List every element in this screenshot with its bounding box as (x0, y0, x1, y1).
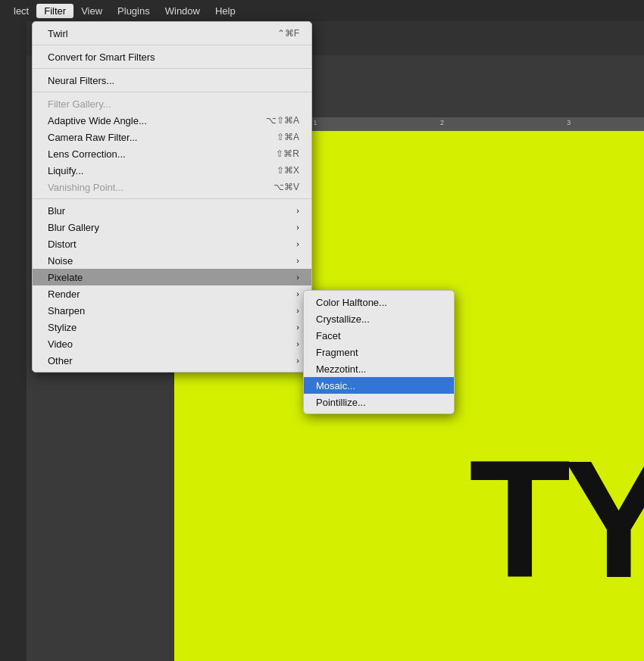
menu-item-adaptive-label: Adaptive Wide Angle... (48, 115, 147, 126)
menubar-item-help[interactable]: Help (208, 4, 243, 18)
menu-item-twirl-label: Twirl (48, 28, 68, 39)
menu-item-sharpen[interactable]: Sharpen › (33, 302, 311, 319)
menu-item-neural-label: Neural Filters... (48, 75, 114, 86)
menubar-item-filter[interactable]: Filter (36, 4, 73, 18)
menu-item-camera-raw[interactable]: Camera Raw Filter... ⇧⌘A (33, 129, 311, 145)
separator-4 (33, 198, 311, 199)
canvas-text: TY (469, 424, 644, 616)
submenu-item-mezzotint[interactable]: Mezzotint... (304, 360, 454, 377)
menu-item-blur[interactable]: Blur › (33, 202, 311, 219)
menubar: lect Filter View Plugins Window Help (0, 0, 644, 21)
ruler-label-2: 2 (440, 119, 444, 126)
submenu-item-color-halftone[interactable]: Color Halftone... (304, 294, 454, 310)
ruler-label-1: 1 (313, 119, 317, 126)
menu-item-camera-raw-label: Camera Raw Filter... (48, 132, 137, 143)
menu-item-liquify[interactable]: Liquify... ⇧⌘X (33, 162, 311, 179)
menu-item-liquify-shortcut: ⇧⌘X (277, 165, 299, 176)
submenu-item-pointillize[interactable]: Pointillize... (304, 394, 454, 410)
other-arrow-icon: › (296, 356, 299, 365)
menu-item-adaptive-shortcut: ⌥⇧⌘A (266, 115, 299, 126)
menu-item-convert-smart[interactable]: Convert for Smart Filters (33, 48, 311, 65)
pixelate-arrow-icon: › (296, 273, 299, 282)
menu-item-video-label: Video (48, 338, 73, 350)
menu-item-noise-label: Noise (48, 255, 73, 267)
menu-item-twirl[interactable]: Twirl ⌃⌘F (33, 25, 311, 42)
separator-1 (33, 45, 311, 45)
menu-item-distort[interactable]: Distort › (33, 235, 311, 252)
menu-item-stylize-label: Stylize (48, 322, 77, 333)
menu-item-filter-gallery: Filter Gallery... (33, 95, 311, 112)
submenu-item-pointillize-label: Pointillize... (316, 397, 366, 408)
ruler-label-3: 3 (567, 119, 571, 126)
submenu-item-facet-label: Facet (316, 330, 341, 341)
menu-item-neural[interactable]: Neural Filters... (33, 72, 311, 89)
submenu-item-mezzotint-label: Mezzotint... (316, 363, 366, 375)
blur-arrow-icon: › (296, 206, 299, 215)
menu-item-camera-raw-shortcut: ⇧⌘A (277, 132, 299, 142)
menu-item-vanishing: Vanishing Point... ⌥⌘V (33, 179, 311, 195)
menu-item-blur-label: Blur (48, 205, 65, 217)
filter-menu: Twirl ⌃⌘F Convert for Smart Filters Neur… (32, 21, 312, 373)
menu-item-liquify-label: Liquify... (48, 165, 83, 176)
menu-item-filter-gallery-label: Filter Gallery... (48, 98, 111, 110)
submenu-item-crystallize-label: Crystallize... (316, 313, 370, 325)
menu-item-sharpen-label: Sharpen (48, 305, 85, 316)
menu-item-vanishing-shortcut: ⌥⌘V (274, 182, 299, 192)
submenu-item-color-halftone-label: Color Halftone... (316, 297, 387, 308)
toolbar (0, 21, 27, 661)
menu-item-other-label: Other (48, 355, 73, 366)
menu-item-noise[interactable]: Noise › (33, 252, 311, 269)
submenu-item-fragment-label: Fragment (316, 347, 358, 358)
menubar-item-plugins[interactable]: Plugins (110, 4, 158, 18)
blur-gallery-arrow-icon: › (296, 223, 299, 232)
menu-item-render-label: Render (48, 288, 80, 300)
menu-item-blur-gallery-label: Blur Gallery (48, 222, 99, 233)
menu-item-vanishing-label: Vanishing Point... (48, 182, 123, 193)
menu-item-render[interactable]: Render › (33, 285, 311, 302)
menu-item-convert-smart-label: Convert for Smart Filters (48, 51, 155, 63)
distort-arrow-icon: › (296, 239, 299, 248)
menu-item-lens-label: Lens Correction... (48, 148, 126, 160)
menu-item-lens[interactable]: Lens Correction... ⇧⌘R (33, 145, 311, 162)
submenu-item-mosaic-label: Mosaic... (316, 380, 355, 391)
menubar-item-select[interactable]: lect (6, 4, 36, 18)
sharpen-arrow-icon: › (296, 306, 299, 315)
menu-item-pixelate[interactable]: Pixelate › (33, 269, 311, 285)
render-arrow-icon: › (296, 289, 299, 298)
menu-item-distort-label: Distort (48, 239, 77, 250)
separator-3 (33, 92, 311, 92)
submenu-item-mosaic[interactable]: Mosaic... (304, 377, 454, 394)
menu-item-other[interactable]: Other › (33, 352, 311, 369)
menu-item-blur-gallery[interactable]: Blur Gallery › (33, 219, 311, 235)
separator-2 (33, 68, 311, 69)
menu-item-video[interactable]: Video › (33, 335, 311, 352)
menubar-item-window[interactable]: Window (158, 4, 208, 18)
submenu-item-facet[interactable]: Facet (304, 327, 454, 344)
menu-item-pixelate-label: Pixelate (48, 272, 83, 283)
submenu-item-crystallize[interactable]: Crystallize... (304, 310, 454, 327)
pixelate-submenu: Color Halftone... Crystallize... Facet F… (303, 290, 455, 414)
menu-item-twirl-shortcut: ⌃⌘F (277, 28, 299, 39)
video-arrow-icon: › (296, 339, 299, 348)
menu-item-stylize[interactable]: Stylize › (33, 319, 311, 335)
stylize-arrow-icon: › (296, 323, 299, 332)
noise-arrow-icon: › (296, 256, 299, 265)
menu-item-adaptive[interactable]: Adaptive Wide Angle... ⌥⇧⌘A (33, 112, 311, 129)
menu-item-lens-shortcut: ⇧⌘R (276, 148, 299, 159)
menubar-item-view[interactable]: View (73, 4, 110, 18)
submenu-item-fragment[interactable]: Fragment (304, 344, 454, 360)
